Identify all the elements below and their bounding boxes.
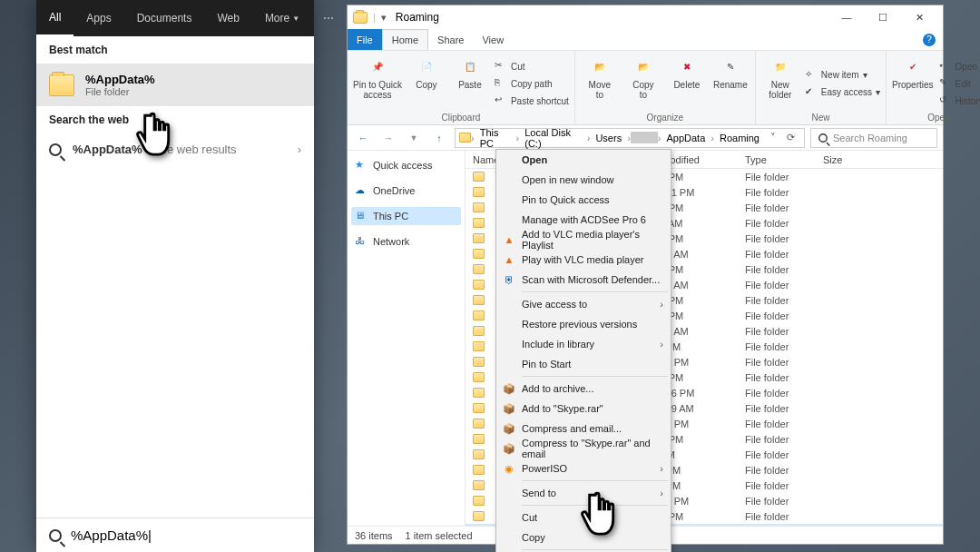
cut-icon: ✂	[495, 60, 507, 73]
search-field[interactable]: Search Roaming	[810, 128, 937, 148]
pin-icon: 📌	[366, 54, 389, 78]
properties-button[interactable]: ✔Properties	[892, 54, 934, 113]
ctx-compress-skype-email[interactable]: 📦Compress to "Skype.rar" and email	[496, 439, 671, 458]
ctx-compress-email[interactable]: 📦Compress and email...	[496, 419, 671, 439]
ctx-copy[interactable]: Copy	[496, 527, 671, 547]
nav-back-button[interactable]: ←	[353, 128, 373, 148]
vlc-icon: ▲	[502, 232, 516, 247]
nav-forward-button[interactable]: →	[378, 128, 398, 148]
ctx-cut[interactable]: Cut	[496, 508, 671, 527]
cloud-icon: ☁	[355, 184, 368, 197]
nav-recent-button[interactable]: ▼	[404, 128, 424, 148]
tab-documents[interactable]: Documents	[124, 0, 205, 36]
folder-icon	[353, 12, 368, 24]
edit-button[interactable]: ✎Edit	[939, 75, 980, 92]
best-match-item[interactable]: %AppData% File folder	[36, 64, 314, 106]
vlc-icon: ▲	[502, 252, 516, 267]
copy-path-icon: ⎘	[495, 77, 507, 90]
ribbon-tab-file[interactable]: File	[348, 29, 382, 50]
pin-quick-access-button[interactable]: 📌Pin to Quick access	[353, 54, 402, 113]
ctx-pin-start[interactable]: Pin to Start	[496, 354, 671, 374]
chevron-right-icon: ›	[660, 488, 663, 498]
tab-apps[interactable]: Apps	[74, 0, 123, 36]
star-icon: ★	[355, 159, 368, 172]
best-match-title: %AppData%	[85, 73, 155, 86]
rename-button[interactable]: ✎Rename	[711, 54, 750, 113]
search-tabs: All Apps Documents Web More ▼ ⋯	[36, 0, 314, 36]
search-web-label: Search the web	[36, 106, 314, 133]
nav-this-pc[interactable]: 🖥This PC	[351, 207, 461, 225]
easy-access-button[interactable]: ✔Easy access ▾	[805, 84, 880, 101]
ctx-open[interactable]: Open	[496, 150, 671, 170]
chevron-right-icon: ›	[660, 339, 663, 350]
new-folder-button[interactable]: 📁New folder	[761, 54, 799, 113]
history-button[interactable]: ↺History	[939, 93, 980, 109]
winrar-icon: 📦	[502, 421, 516, 436]
properties-icon: ✔	[901, 54, 925, 78]
web-result-item[interactable]: %AppData% - See web results ›	[36, 133, 314, 165]
poweriso-icon: ◉	[502, 461, 516, 476]
copy-button[interactable]: 📄Copy	[407, 54, 446, 113]
rename-icon: ✎	[719, 54, 742, 78]
folder-icon	[49, 74, 74, 96]
ctx-acdsee[interactable]: Manage with ACDSee Pro 6	[496, 210, 671, 230]
ribbon-tab-share[interactable]: Share	[428, 29, 473, 50]
move-to-button[interactable]: 📂Move to	[581, 54, 619, 113]
ctx-vlc-play[interactable]: ▲Play with VLC media player	[496, 250, 671, 270]
ribbon-tabs: File Home Share View ?	[348, 29, 943, 51]
copy-path-button[interactable]: ⎘Copy path	[495, 75, 569, 92]
ctx-include-library[interactable]: Include in library›	[496, 334, 671, 354]
tab-all[interactable]: All	[36, 0, 74, 36]
ribbon-tab-home[interactable]: Home	[382, 29, 428, 50]
paste-button[interactable]: 📋Paste	[451, 54, 489, 113]
ctx-restore[interactable]: Restore previous versions	[496, 314, 671, 334]
ctx-send-to[interactable]: Send to›	[496, 483, 671, 503]
ctx-pin-quick[interactable]: Pin to Quick access	[496, 190, 671, 210]
new-folder-icon: 📁	[769, 54, 792, 78]
nav-network[interactable]: 🖧Network	[351, 232, 461, 251]
chevron-right-icon: ›	[660, 299, 663, 310]
ctx-defender[interactable]: ⛨Scan with Microsoft Defender...	[496, 270, 671, 290]
close-button[interactable]: ✕	[901, 5, 937, 29]
ribbon-tab-view[interactable]: View	[473, 29, 513, 50]
chevron-right-icon: ›	[298, 143, 301, 156]
ctx-poweriso[interactable]: ◉PowerISO›	[496, 458, 671, 478]
minimize-button[interactable]: ―	[828, 5, 865, 29]
copy-to-button[interactable]: 📂Copy to	[624, 54, 662, 113]
easy-access-icon: ✔	[805, 86, 818, 99]
col-type[interactable]: Type	[745, 154, 823, 165]
nav-quick-access[interactable]: ★Quick access	[351, 156, 461, 174]
delete-button[interactable]: ✖Delete	[668, 54, 706, 113]
winrar-icon: 📦	[502, 401, 516, 416]
search-icon	[818, 133, 828, 143]
breadcrumb[interactable]: ›This PC ›Local Disk (C:) ›Users › ›AppD…	[455, 128, 805, 148]
maximize-button[interactable]: ☐	[865, 5, 901, 29]
nav-onedrive[interactable]: ☁OneDrive	[351, 182, 461, 200]
paste-shortcut-button[interactable]: ↩Paste shortcut	[495, 93, 569, 109]
open-button[interactable]: ⭑Open ▾	[939, 58, 980, 74]
delete-icon: ✖	[675, 54, 699, 78]
shield-icon: ⛨	[502, 272, 516, 287]
context-menu: Open Open in new window Pin to Quick acc…	[495, 149, 671, 552]
dropdown-icon[interactable]: ˅	[765, 132, 781, 143]
ctx-add-skype-rar[interactable]: 📦Add to "Skype.rar"	[496, 399, 671, 419]
search-input[interactable]: %AppData%	[71, 527, 152, 543]
refresh-icon[interactable]: ⟳	[781, 132, 800, 143]
help-icon[interactable]: ?	[923, 34, 936, 46]
address-bar: ← → ▼ ↑ ›This PC ›Local Disk (C:) ›Users…	[348, 125, 943, 151]
ctx-vlc-add[interactable]: ▲Add to VLC media player's Playlist	[496, 230, 671, 250]
status-items: 36 items	[355, 530, 393, 541]
ctx-open-new-window[interactable]: Open in new window	[496, 170, 671, 190]
cut-button[interactable]: ✂Cut	[495, 58, 569, 74]
new-item-button[interactable]: ✧New item ▾	[805, 67, 880, 84]
tab-web[interactable]: Web	[204, 0, 251, 36]
pc-icon: 🖥	[355, 210, 368, 222]
qat-dropdown-icon[interactable]: ▾	[381, 12, 387, 24]
ctx-add-archive[interactable]: 📦Add to archive...	[496, 379, 671, 399]
tab-more[interactable]: More ▼	[252, 0, 312, 36]
ellipsis-icon[interactable]: ⋯	[312, 12, 345, 25]
col-size[interactable]: Size	[823, 154, 943, 165]
nav-up-button[interactable]: ↑	[429, 128, 449, 148]
ctx-give-access[interactable]: Give access to›	[496, 294, 671, 314]
copy-to-icon: 📂	[632, 54, 655, 78]
